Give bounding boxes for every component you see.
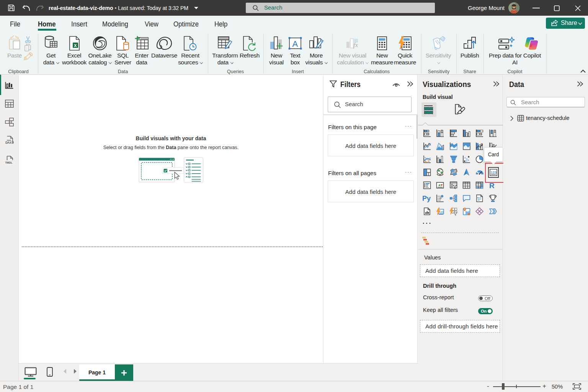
- svg-text:DAX: DAX: [5, 141, 12, 144]
- svg-text:X: X: [74, 43, 77, 48]
- svg-text:A: A: [292, 39, 298, 49]
- svg-text:fx: fx: [353, 41, 358, 49]
- svg-text:TMDL: TMDL: [5, 161, 13, 164]
